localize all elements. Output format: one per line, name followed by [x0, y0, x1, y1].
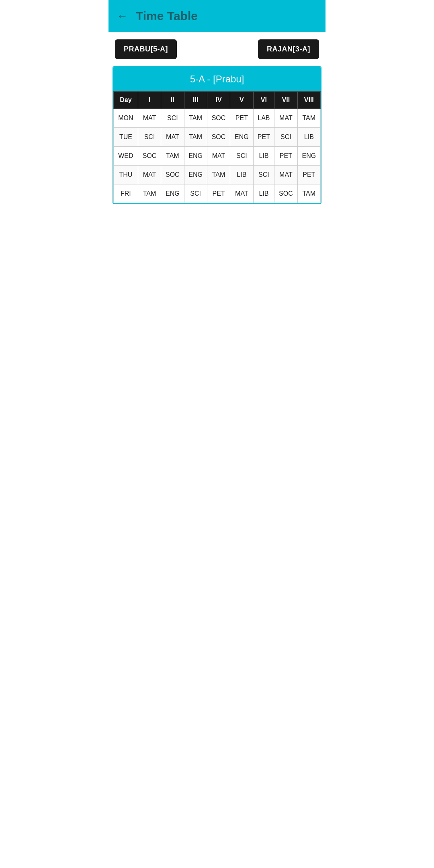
- col-1: I: [138, 92, 161, 109]
- cell-r1-p2: MAT: [161, 128, 184, 147]
- cell-r0-p2: SCI: [161, 109, 184, 128]
- timetable-section-title: 5-A - [Prabu]: [113, 67, 321, 91]
- cell-r3-p1: MAT: [138, 166, 161, 184]
- student-rajan-button[interactable]: RAJAN[3-A]: [258, 39, 319, 59]
- cell-r2-p3: ENG: [184, 147, 207, 166]
- cell-r2-p2: TAM: [161, 147, 184, 166]
- cell-r4-p8: TAM: [297, 184, 320, 203]
- cell-r1-p5: ENG: [230, 128, 253, 147]
- cell-r1-p1: SCI: [138, 128, 161, 147]
- cell-r0-p5: PET: [230, 109, 253, 128]
- table-row: THUMATSOCENGTAMLIBSCIMATPET: [114, 166, 321, 184]
- table-row: MONMATSCITAMSOCPETLABMATTAM: [114, 109, 321, 128]
- cell-r0-p1: MAT: [138, 109, 161, 128]
- student-prabu-button[interactable]: PRABU[5-A]: [115, 39, 177, 59]
- timetable-header-row: Day I II III IV V VI VII VIII: [114, 92, 321, 109]
- page-title: Time Table: [136, 9, 198, 23]
- cell-r2-p8: ENG: [297, 147, 320, 166]
- col-2: II: [161, 92, 184, 109]
- cell-r3-p8: PET: [297, 166, 320, 184]
- cell-r0-p8: TAM: [297, 109, 320, 128]
- cell-r0-p4: SOC: [207, 109, 230, 128]
- cell-r3-p7: MAT: [274, 166, 297, 184]
- col-4: IV: [207, 92, 230, 109]
- student-selector: PRABU[5-A] RAJAN[3-A]: [108, 32, 326, 66]
- app-header: ← Time Table: [108, 0, 326, 32]
- cell-day: THU: [114, 166, 138, 184]
- col-5: V: [230, 92, 253, 109]
- cell-day: MON: [114, 109, 138, 128]
- cell-r3-p4: TAM: [207, 166, 230, 184]
- col-day: Day: [114, 92, 138, 109]
- cell-r3-p2: SOC: [161, 166, 184, 184]
- cell-r4-p7: SOC: [274, 184, 297, 203]
- cell-r4-p3: SCI: [184, 184, 207, 203]
- cell-r4-p2: ENG: [161, 184, 184, 203]
- cell-day: FRI: [114, 184, 138, 203]
- table-row: FRITAMENGSCIPETMATLIBSOCTAM: [114, 184, 321, 203]
- cell-r4-p5: MAT: [230, 184, 253, 203]
- cell-day: TUE: [114, 128, 138, 147]
- back-button[interactable]: ←: [117, 10, 128, 23]
- cell-r2-p5: SCI: [230, 147, 253, 166]
- cell-r1-p3: TAM: [184, 128, 207, 147]
- cell-r0-p3: TAM: [184, 109, 207, 128]
- col-3: III: [184, 92, 207, 109]
- cell-r1-p4: SOC: [207, 128, 230, 147]
- table-row: WEDSOCTAMENGMATSCILIBPETENG: [114, 147, 321, 166]
- col-8: VIII: [297, 92, 320, 109]
- table-row: TUESCIMATTAMSOCENGPETSCILIB: [114, 128, 321, 147]
- col-6: VI: [253, 92, 274, 109]
- cell-r2-p4: MAT: [207, 147, 230, 166]
- cell-r4-p1: TAM: [138, 184, 161, 203]
- cell-r4-p4: PET: [207, 184, 230, 203]
- cell-r2-p7: PET: [274, 147, 297, 166]
- cell-r2-p6: LIB: [253, 147, 274, 166]
- cell-r3-p6: SCI: [253, 166, 274, 184]
- col-7: VII: [274, 92, 297, 109]
- timetable: Day I II III IV V VI VII VIII MONMATSCIT…: [113, 91, 321, 203]
- cell-r1-p8: LIB: [297, 128, 320, 147]
- cell-r3-p3: ENG: [184, 166, 207, 184]
- cell-r1-p7: SCI: [274, 128, 297, 147]
- cell-r3-p5: LIB: [230, 166, 253, 184]
- cell-r4-p6: LIB: [253, 184, 274, 203]
- cell-r2-p1: SOC: [138, 147, 161, 166]
- timetable-container: 5-A - [Prabu] Day I II III IV V VI VII V…: [113, 66, 321, 204]
- cell-r0-p7: MAT: [274, 109, 297, 128]
- cell-r1-p6: PET: [253, 128, 274, 147]
- cell-day: WED: [114, 147, 138, 166]
- cell-r0-p6: LAB: [253, 109, 274, 128]
